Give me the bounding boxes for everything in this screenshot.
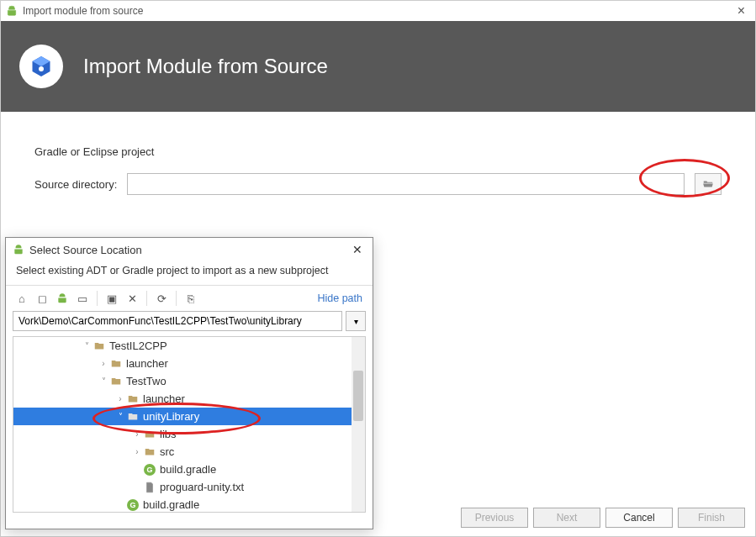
tree-row[interactable]: ›libs — [13, 425, 365, 443]
banner-icon — [19, 45, 63, 88]
folder-open-icon — [701, 178, 715, 190]
tree-row[interactable]: Gbuild.gradle — [13, 496, 365, 513]
chevron-icon: › — [131, 429, 143, 439]
next-button[interactable]: Next — [533, 508, 600, 528]
tree-label: TestTwo — [126, 375, 167, 387]
finish-button[interactable]: Finish — [678, 508, 745, 528]
chevron-icon: › — [114, 394, 126, 403]
form-subtitle: Gradle or Eclipse project — [34, 145, 722, 158]
source-directory-input[interactable] — [127, 173, 685, 195]
new-folder-icon[interactable]: ▣ — [103, 289, 121, 308]
tree-label: build.gradle — [160, 463, 216, 476]
wizard-banner: Import Module from Source — [1, 21, 755, 112]
browse-button[interactable] — [695, 173, 722, 195]
refresh-icon[interactable]: ⟳ — [152, 289, 171, 308]
path-input[interactable] — [13, 311, 342, 331]
path-history-dropdown[interactable]: ▾ — [346, 311, 366, 331]
wizard-content: Gradle or Eclipse project Source directo… — [1, 112, 755, 195]
home-icon[interactable]: ⌂ — [13, 289, 31, 308]
android-icon — [13, 244, 24, 255]
tree-row[interactable]: ˅TestIL2CPP — [13, 337, 365, 355]
banner-title: Import Module from Source — [83, 55, 328, 78]
svg-point-0 — [39, 66, 44, 71]
dialog-title: Select Source Location — [29, 244, 142, 256]
tree-label: proguard-unity.txt — [160, 481, 244, 493]
module-icon[interactable]: ▭ — [73, 289, 92, 308]
tree-row[interactable]: ›launcher — [13, 390, 365, 408]
chevron-icon: › — [98, 359, 109, 368]
chevron-icon: ˅ — [98, 376, 109, 386]
source-directory-label: Source directory: — [34, 178, 117, 191]
file-tree[interactable]: ˅TestIL2CPP›launcher˅TestTwo›launcher˅un… — [13, 336, 366, 513]
desktop-icon[interactable]: ◻ — [33, 289, 51, 308]
tree-label: TestIL2CPP — [109, 340, 167, 352]
wizard-button-bar: Previous Next Cancel Finish — [461, 508, 745, 528]
chevron-icon: › — [131, 447, 143, 456]
window-title: Import module from source — [23, 5, 143, 17]
tree-row[interactable]: ›launcher — [13, 355, 365, 372]
hide-path-link[interactable]: Hide path — [317, 292, 366, 304]
select-source-dialog: Select Source Location ✕ Select existing… — [5, 237, 373, 529]
tree-row[interactable]: ›src — [13, 443, 365, 461]
delete-icon[interactable]: ✕ — [123, 289, 141, 308]
wizard-titlebar: Import module from source × — [1, 1, 755, 21]
chevron-icon: ˅ — [81, 341, 93, 350]
tree-label: libs — [160, 428, 177, 440]
tree-row[interactable]: ˅unityLibrary — [13, 408, 365, 425]
android-icon — [6, 5, 18, 17]
scrollbar-thumb[interactable] — [353, 371, 363, 421]
dialog-toolbar: ⌂ ◻ ▭ ▣ ✕ ⟳ ⎘ Hide path — [6, 286, 373, 311]
dialog-close-button[interactable]: ✕ — [349, 243, 366, 256]
tree-row[interactable]: ˅TestTwo — [13, 372, 365, 390]
chevron-icon: ˅ — [114, 412, 126, 421]
path-row: ▾ — [6, 311, 373, 336]
window-close-button[interactable]: × — [732, 3, 750, 18]
tree-label: launcher — [143, 392, 185, 405]
cancel-button[interactable]: Cancel — [605, 508, 673, 528]
copy-path-icon[interactable]: ⎘ — [182, 289, 200, 308]
tree-row[interactable]: proguard-unity.txt — [13, 478, 365, 496]
previous-button[interactable]: Previous — [461, 508, 528, 528]
dialog-description: Select existing ADT or Gradle project to… — [6, 261, 373, 285]
tree-label: build.gradle — [143, 498, 199, 511]
android-project-icon[interactable] — [53, 289, 71, 308]
tree-label: launcher — [126, 357, 168, 370]
tree-label: unityLibrary — [143, 410, 199, 423]
tree-label: src — [160, 445, 174, 458]
source-directory-row: Source directory: — [34, 173, 722, 195]
tree-row[interactable]: Gbuild.gradle — [13, 461, 365, 478]
dialog-titlebar: Select Source Location ✕ — [6, 238, 373, 261]
scrollbar[interactable] — [352, 337, 365, 512]
